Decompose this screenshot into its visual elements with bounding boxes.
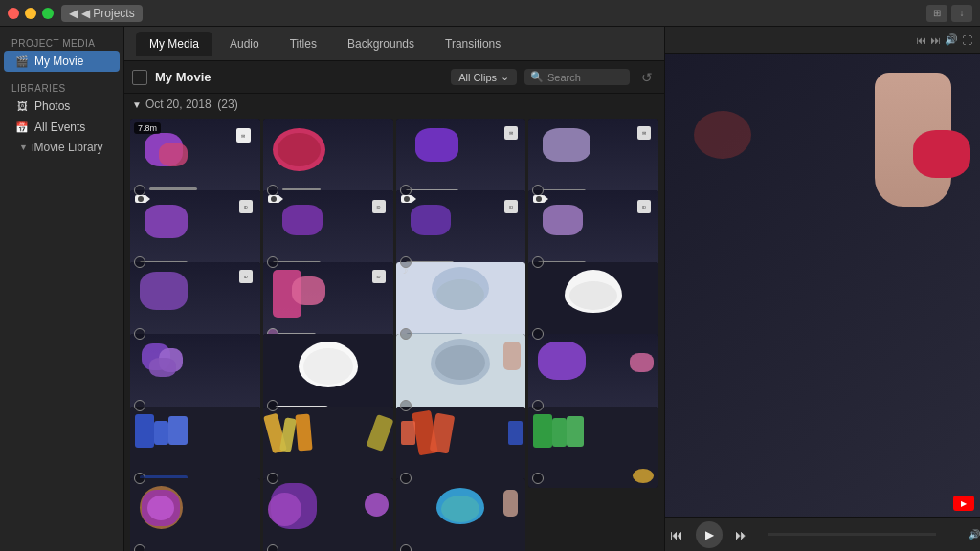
cam-icon-7: [400, 194, 413, 204]
skip-forward-button[interactable]: ⏭: [730, 523, 753, 546]
tab-bar: My Media Audio Titles Backgrounds Transi…: [124, 27, 664, 61]
media-thumb-5[interactable]: ID: [130, 190, 260, 272]
clips-filter-dropdown[interactable]: All Clips ⌄: [451, 69, 517, 85]
events-icon: 📅: [15, 121, 29, 134]
media-header: My Movie All Clips ⌄ 🔍 ↺: [124, 61, 664, 94]
media-thumb-12[interactable]: [528, 262, 658, 343]
tab-my-media[interactable]: My Media: [136, 32, 212, 56]
sidebar-item-imovie-library[interactable]: ▼ iMovie Library: [0, 138, 123, 157]
media-thumb-17[interactable]: [130, 407, 260, 488]
media-thumb-10[interactable]: ID: [263, 262, 393, 343]
preview-video-area: ▶: [665, 54, 980, 517]
content-area: My Media Audio Titles Backgrounds Transi…: [124, 27, 664, 551]
media-thumb-18[interactable]: [263, 407, 393, 488]
media-thumb-14[interactable]: [263, 334, 393, 415]
imovie-library-label: iMovie Library: [32, 141, 103, 154]
media-thumb-19[interactable]: [396, 407, 526, 488]
tab-backgrounds[interactable]: Backgrounds: [334, 32, 428, 56]
media-browser-title: My Movie: [155, 70, 443, 84]
photos-label: Photos: [34, 99, 70, 113]
libraries-label: LIBRARIES: [0, 79, 123, 96]
titlebar: ◀ ◀ Projects ⊞ ↓: [0, 0, 980, 27]
thumb-indicator-17: [134, 473, 145, 484]
projects-button[interactable]: ◀ ◀ Projects: [61, 5, 143, 22]
thumb-indicator-6: [267, 256, 278, 268]
preview-playback-toolbar: ⏮ ▶ ⏭ 🔊: [665, 517, 980, 551]
thumb-badge-1: 7.8m: [134, 122, 161, 134]
cam-icon-5: [134, 194, 147, 204]
search-box: 🔍: [524, 69, 630, 85]
tab-audio[interactable]: Audio: [216, 32, 273, 56]
thumb-indicator-19: [400, 473, 412, 484]
media-grid: ✉ 7.8m ✉: [124, 115, 664, 551]
tab-titles[interactable]: Titles: [277, 32, 330, 56]
preview-panel: ⏮ ⏭ 🔊 ⛶ ▶ ⏮ ▶ ⏭ 🔊: [664, 27, 980, 551]
thumb-indicator-20: [532, 473, 544, 484]
preview-slime-visual: [913, 130, 970, 178]
volume-button[interactable]: 🔊: [945, 33, 958, 46]
media-thumb-2[interactable]: [263, 119, 393, 200]
main-layout: PROJECT MEDIA 🎬 My Movie LIBRARIES 🖼 Pho…: [0, 27, 980, 551]
media-thumb-9[interactable]: ID: [130, 262, 260, 343]
sidebar-item-photos[interactable]: 🖼 Photos: [4, 96, 120, 117]
media-thumb-8[interactable]: ID: [528, 190, 658, 272]
dropdown-arrow-icon: ⌄: [501, 71, 509, 83]
date-section: ▼ Oct 20, 2018 (23): [124, 94, 664, 115]
my-movie-label: My Movie: [34, 55, 83, 68]
sidebar-item-all-events[interactable]: 📅 All Events: [4, 117, 120, 138]
media-thumb-6[interactable]: ID: [263, 190, 393, 272]
media-thumb-4[interactable]: ✉: [528, 119, 658, 200]
media-thumb-13[interactable]: [130, 334, 260, 415]
media-thumb-23[interactable]: [396, 478, 526, 551]
media-thumb-16[interactable]: [528, 334, 658, 415]
clips-filter-label: All Clips: [458, 72, 497, 83]
photos-icon: 🖼: [15, 100, 29, 112]
media-thumb-7[interactable]: ID: [396, 190, 526, 272]
minimize-button[interactable]: [25, 8, 36, 19]
media-thumb-22[interactable]: [263, 478, 393, 551]
preview-content: [665, 54, 980, 517]
thumb-indicator-14: [267, 400, 278, 411]
titlebar-controls: ⊞ ↓: [926, 5, 972, 22]
media-thumb-1[interactable]: ✉ 7.8m: [130, 119, 260, 200]
skip-back-button[interactable]: ⏮: [665, 523, 688, 546]
movie-icon: 🎬: [15, 55, 29, 68]
search-input[interactable]: [547, 72, 614, 83]
date-expand-arrow-icon[interactable]: ▼: [132, 99, 142, 110]
close-button[interactable]: [8, 8, 19, 19]
cam-icon-6: [267, 194, 280, 204]
projects-label: ◀ Projects: [81, 7, 135, 20]
media-thumb-3[interactable]: ✉: [396, 119, 526, 200]
view-toggle-button[interactable]: ⊞: [926, 5, 947, 22]
thumb-indicator-15: [400, 400, 412, 411]
sidebar-item-my-movie[interactable]: 🎬 My Movie: [4, 51, 120, 72]
project-media-label: PROJECT MEDIA: [0, 34, 123, 51]
thumb-indicator-18: [267, 473, 278, 484]
play-pause-button[interactable]: ▶: [696, 521, 723, 548]
next-frame-button[interactable]: ⏭: [930, 34, 941, 46]
maximize-button[interactable]: [42, 8, 54, 19]
fullscreen-button[interactable]: ⛶: [962, 34, 972, 46]
thumb-indicator-22: [267, 544, 278, 551]
refresh-button[interactable]: ↺: [637, 68, 657, 87]
date-label: Oct 20, 2018 (23): [145, 98, 238, 111]
media-thumb-11[interactable]: ☽: [396, 262, 526, 343]
prev-frame-button[interactable]: ⏮: [916, 34, 926, 46]
volume-icon[interactable]: 🔊: [951, 529, 980, 540]
media-thumb-21[interactable]: [130, 478, 260, 551]
thumb-indicator-7: [400, 256, 412, 268]
youtube-watermark: ▶: [953, 496, 974, 511]
cam-icon-8: [532, 194, 546, 204]
thumb-indicator-11: [400, 328, 412, 340]
back-arrow-icon: ◀: [69, 7, 78, 20]
playback-progress-bar[interactable]: [768, 533, 936, 536]
sidebar: PROJECT MEDIA 🎬 My Movie LIBRARIES 🖼 Pho…: [0, 27, 124, 551]
thumb-indicator-5: [134, 256, 145, 268]
media-thumb-20[interactable]: [528, 407, 658, 488]
import-button[interactable]: ↓: [951, 5, 972, 22]
media-thumb-15[interactable]: [396, 334, 526, 415]
tab-transitions[interactable]: Transitions: [432, 32, 514, 56]
thumb-indicator-21: [134, 544, 145, 551]
select-all-checkbox[interactable]: [132, 70, 147, 85]
youtube-play-icon: ▶: [961, 499, 967, 508]
